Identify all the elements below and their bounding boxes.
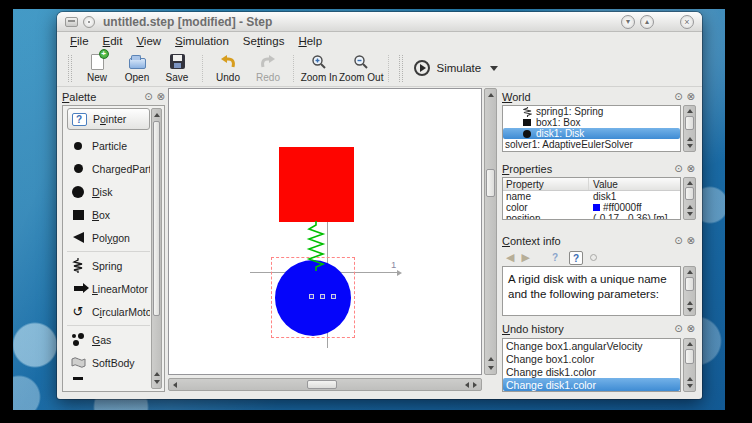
zoom-out-button[interactable]: Zoom Out <box>339 51 383 85</box>
scroll-up-icon[interactable] <box>488 357 494 361</box>
scroll-up-icon[interactable] <box>687 377 693 381</box>
scroll-left-icon[interactable] <box>465 382 469 388</box>
scroll-right-icon[interactable] <box>473 382 477 388</box>
property-row-position[interactable]: position (-0.17, -0.36) [m] <box>503 213 680 220</box>
open-button[interactable]: Open <box>117 51 157 85</box>
properties-scrollbar[interactable] <box>683 177 696 220</box>
scroll-up-icon[interactable] <box>687 109 693 113</box>
world-scroll-thumb[interactable] <box>685 116 694 130</box>
palette-item-circular-motor[interactable]: ↺ CircularMotor <box>67 300 150 323</box>
context-info-scrollbar[interactable] <box>683 266 696 316</box>
forward-arrow-icon[interactable]: ▶ <box>521 252 529 263</box>
context-help-icon[interactable]: ? <box>569 251 583 265</box>
maximize-button[interactable]: ▴ <box>640 15 654 29</box>
scroll-left-icon[interactable] <box>173 382 177 388</box>
new-button[interactable]: + New <box>77 51 117 85</box>
scroll-down-icon[interactable] <box>687 144 693 148</box>
undo-history-close-icon[interactable]: ⊗ <box>687 324 695 334</box>
palette-item-particle[interactable]: Particle <box>67 134 150 157</box>
zoom-in-button[interactable]: Zoom In <box>299 51 339 85</box>
world-item-solver1[interactable]: solver1: AdaptiveEulerSolver <box>503 139 680 150</box>
palette-item-partial[interactable] <box>67 374 150 383</box>
world-item-disk1[interactable]: disk1: Disk <box>503 128 680 139</box>
scroll-up-icon[interactable] <box>488 93 494 97</box>
world-item-spring1[interactable]: spring1: Spring <box>503 106 680 117</box>
scroll-up-icon[interactable] <box>154 372 160 376</box>
scroll-down-icon[interactable] <box>154 380 160 384</box>
palette-item-pointer[interactable]: ? Pointer <box>67 108 150 130</box>
scroll-down-icon[interactable] <box>687 308 693 312</box>
context-info-scroll-thumb[interactable] <box>685 277 694 291</box>
properties-close-icon[interactable]: ⊗ <box>687 164 695 174</box>
box1-object[interactable] <box>279 147 354 222</box>
canvas-horizontal-scrollbar[interactable] <box>168 378 482 391</box>
palette-item-linear-motor[interactable]: LinearMotor <box>67 277 150 300</box>
menu-edit[interactable]: Edit <box>96 33 130 49</box>
palette-scroll-thumb[interactable] <box>153 121 160 316</box>
scroll-up-icon[interactable] <box>687 205 693 209</box>
palette-scrollbar[interactable] <box>151 108 162 389</box>
scroll-down-icon[interactable] <box>488 366 494 370</box>
menu-help[interactable]: Help <box>291 33 329 49</box>
palette-item-gas[interactable]: Gas <box>67 328 150 351</box>
palette-float-icon[interactable]: ⊙ <box>144 92 152 102</box>
context-info-close-icon[interactable]: ⊗ <box>687 236 695 246</box>
disk1-handle[interactable] <box>309 294 314 299</box>
palette-item-disk[interactable]: Disk <box>67 180 150 203</box>
property-column-header[interactable]: Property <box>503 178 589 190</box>
spring1-object[interactable] <box>306 221 326 271</box>
toolbar-handle[interactable] <box>68 55 72 82</box>
palette-item-spring[interactable]: Spring <box>67 254 150 277</box>
undo-history-scrollbar[interactable] <box>683 338 696 392</box>
scroll-up-icon[interactable] <box>687 270 693 274</box>
titlebar[interactable]: untitled.step [modified] - Step ▾ ▴ × <box>57 12 702 32</box>
canvas-vertical-scrollbar[interactable] <box>484 88 497 375</box>
property-row-color[interactable]: color #ff0000ff <box>503 202 680 213</box>
world-close-icon[interactable]: ⊗ <box>687 92 695 102</box>
value-cell[interactable]: #ff0000ff <box>589 202 680 213</box>
undo-history-item[interactable]: Change disk1.color <box>503 365 680 378</box>
menu-file[interactable]: File <box>63 33 96 49</box>
window-menu-icon[interactable] <box>83 16 95 28</box>
value-column-header[interactable]: Value <box>589 179 680 190</box>
undo-history-scroll-thumb[interactable] <box>685 349 694 364</box>
undo-history-item[interactable]: Change box1.color <box>503 352 680 365</box>
canvas-vscroll-thumb[interactable] <box>486 169 495 197</box>
save-button[interactable]: Save <box>157 51 197 85</box>
properties-scroll-thumb[interactable] <box>685 187 694 200</box>
properties-header-row[interactable]: Property Value <box>503 178 680 191</box>
world-item-box1[interactable]: box1: Box <box>503 117 680 128</box>
scroll-up-icon[interactable] <box>687 342 693 346</box>
scroll-up-icon[interactable] <box>687 137 693 141</box>
palette-item-softbody[interactable]: SoftBody <box>67 351 150 374</box>
simulate-button[interactable]: Simulate <box>408 53 504 83</box>
record-icon[interactable] <box>590 254 597 261</box>
property-row-name[interactable]: name disk1 <box>503 191 680 202</box>
menu-view[interactable]: View <box>129 33 168 49</box>
undo-button[interactable]: Undo <box>208 51 248 85</box>
disk1-handle[interactable] <box>320 294 325 299</box>
back-arrow-icon[interactable]: ◀ <box>506 252 514 263</box>
toolbar-handle[interactable] <box>399 55 403 82</box>
world-scrollbar[interactable] <box>683 105 696 152</box>
redo-button[interactable]: Redo <box>248 51 288 85</box>
scroll-up-icon[interactable] <box>154 113 160 117</box>
scroll-up-icon[interactable] <box>687 301 693 305</box>
value-cell[interactable]: disk1 <box>589 191 680 202</box>
canvas-hscroll-thumb[interactable] <box>307 380 337 389</box>
value-cell[interactable]: (-0.17, -0.36) [m] <box>589 213 680 220</box>
disk1-handle[interactable] <box>331 294 336 299</box>
scroll-up-icon[interactable] <box>687 181 693 185</box>
close-button[interactable]: × <box>680 15 694 29</box>
menu-simulation[interactable]: Simulation <box>168 33 236 49</box>
properties-float-icon[interactable]: ⊙ <box>674 164 682 174</box>
world-scene-canvas[interactable]: 1 <box>168 88 482 375</box>
scroll-down-icon[interactable] <box>687 212 693 216</box>
menu-settings[interactable]: Settings <box>236 33 292 49</box>
palette-item-box[interactable]: Box <box>67 203 150 226</box>
undo-history-item[interactable]: Change box1.angularVelocity <box>503 339 680 352</box>
palette-close-icon[interactable]: ⊗ <box>157 92 165 102</box>
minimize-button[interactable]: ▾ <box>621 15 635 29</box>
world-float-icon[interactable]: ⊙ <box>674 92 682 102</box>
scroll-down-icon[interactable] <box>687 384 693 388</box>
